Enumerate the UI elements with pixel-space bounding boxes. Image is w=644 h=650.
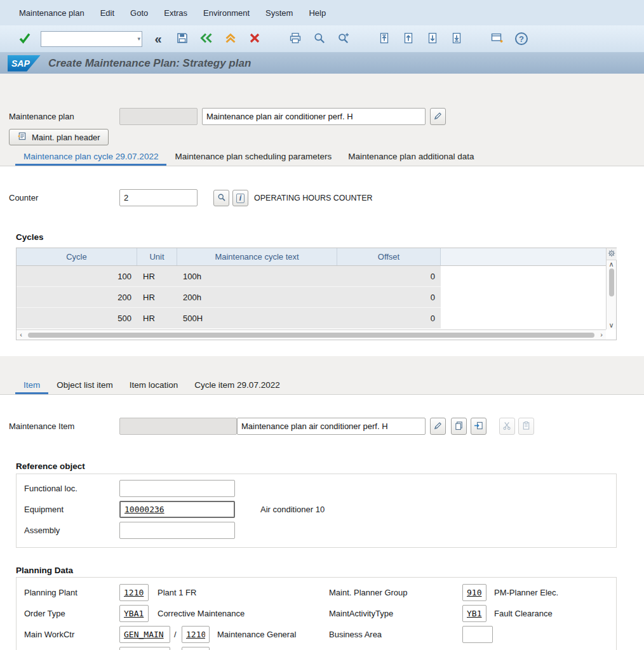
col-header-offset[interactable]: Offset [337,248,441,265]
unit-cell[interactable]: HR [137,266,177,287]
offset-cell[interactable]: 0 [337,287,441,308]
assembly-field[interactable] [119,522,235,539]
sap-window: Maintenance plan Edit Goto Extras Enviro… [0,0,644,650]
dropdown-icon[interactable]: ▾ [137,36,140,42]
edit-plan-text-button[interactable] [430,108,446,125]
order-type-description: Corrective Maintenance [158,605,245,622]
cycle-cell[interactable]: 200 [17,287,137,308]
maint-activity-type-label: MaintActivityType [329,605,393,622]
horizontal-scrollbar[interactable]: ‹ › [17,329,606,340]
exit-button[interactable] [222,30,239,47]
maint-plan-header-button[interactable]: Maint. plan header [9,129,109,145]
page-up-icon [402,32,415,46]
last-page-button[interactable] [448,30,465,47]
offset-cell[interactable]: 0 [337,266,441,287]
edit-item-text-button[interactable] [430,418,446,435]
find-button[interactable] [311,30,328,47]
equipment-field[interactable] [119,501,235,518]
menu-system[interactable]: System [265,8,293,18]
cancel-button[interactable] [246,30,263,47]
cycles-section-title: Cycles [16,232,44,242]
cycle-text-cell[interactable]: 200h [177,287,337,308]
scroll-up-icon[interactable]: ∧ [607,260,616,269]
menu-edit[interactable]: Edit [100,8,114,18]
tab-item-location[interactable]: Item location [121,378,187,394]
first-page-button[interactable] [376,30,392,47]
transfer-item-button[interactable] [471,418,486,435]
maintenance-item-id-field[interactable] [119,418,237,435]
partial-field[interactable] [119,647,170,650]
menu-goto[interactable]: Goto [130,8,148,18]
page-first-icon [378,32,391,46]
table-row[interactable]: 100 HR 100h 0 [17,266,606,287]
new-window-icon [490,32,504,46]
order-type-label: Order Type [24,605,65,622]
main-workctr-field[interactable] [119,626,170,643]
exit-icon [224,32,237,46]
col-header-filler [441,248,606,265]
maint-activity-type-field[interactable] [462,605,486,622]
search-small-icon [217,193,226,204]
new-session-button[interactable] [489,30,506,47]
table-row[interactable]: 200 HR 200h 0 [17,287,606,308]
order-type-field[interactable] [119,605,149,622]
copy-item-button[interactable] [451,418,467,435]
help-button[interactable]: ? [513,30,530,47]
menu-environment[interactable]: Environment [203,8,250,18]
cycle-text-cell[interactable]: 100h [177,266,337,287]
scroll-right-icon[interactable]: › [597,331,606,339]
vertical-scrollbar[interactable]: ∧ ∨ [606,248,616,329]
cycle-cell[interactable]: 500 [17,308,137,329]
counter-field[interactable] [119,189,198,206]
collapse-command-button[interactable]: « [150,30,166,47]
unit-cell[interactable]: HR [137,308,177,329]
tab-maintenance-plan-cycle[interactable]: Maintenance plan cycle 29.07.2022 [15,149,166,166]
scroll-left-icon[interactable]: ‹ [17,331,25,339]
counter-search-button[interactable] [213,190,229,206]
next-page-button[interactable] [424,30,441,47]
vertical-scroll-thumb[interactable] [609,269,614,296]
main-workctr-plant-field[interactable] [182,626,210,643]
functional-loc-field[interactable] [119,480,235,497]
cycle-cell[interactable]: 100 [17,266,137,287]
maintenance-plan-id-field[interactable] [119,108,198,125]
scroll-down-icon[interactable]: ∨ [607,321,616,329]
planning-plant-field[interactable] [119,584,149,601]
menu-maintenance-plan[interactable]: Maintenance plan [19,8,84,18]
cycle-text-cell[interactable]: 500H [177,308,337,329]
unit-cell[interactable]: HR [137,287,177,308]
command-field[interactable] [41,31,142,47]
save-button[interactable] [174,30,191,47]
tab-item[interactable]: Item [15,378,48,394]
menu-extras[interactable]: Extras [164,8,187,18]
previous-page-button[interactable] [400,30,417,47]
tab-cycle-item[interactable]: Cycle item 29.07.2022 [186,378,288,394]
tab-object-list-item[interactable]: Object list item [48,378,121,394]
continue-button[interactable] [17,30,33,47]
print-button[interactable] [287,30,304,47]
menu-help[interactable]: Help [309,8,326,18]
counter-info-button[interactable]: i [232,190,248,206]
equipment-description: Air conditioner 10 [260,501,325,518]
horizontal-scroll-thumb[interactable] [28,333,594,338]
pencil-icon [433,421,443,432]
planner-group-field[interactable] [462,584,486,601]
maintenance-plan-text-field[interactable] [202,108,426,125]
pencil-icon [433,111,443,123]
tab-scheduling-parameters[interactable]: Maintenance plan scheduling parameters [166,149,340,166]
col-header-cycle[interactable]: Cycle [17,248,137,265]
offset-cell[interactable]: 0 [337,308,441,329]
table-settings-button[interactable] [607,248,617,260]
planner-group-description: PM-Planner Elec. [494,584,558,601]
table-row[interactable]: 500 HR 500H 0 [17,308,606,329]
row-filler [441,308,606,329]
tab-additional-data[interactable]: Maintenance plan additional data [340,149,482,166]
col-header-unit[interactable]: Unit [137,248,177,265]
maintenance-item-text-field[interactable] [237,418,426,435]
business-area-field[interactable] [462,626,493,643]
partial-field[interactable] [182,647,210,650]
back-button[interactable] [198,30,215,47]
plan-header-icon [17,131,27,143]
find-next-button[interactable] [335,30,352,47]
col-header-cycle-text[interactable]: Maintenance cycle text [177,248,337,265]
